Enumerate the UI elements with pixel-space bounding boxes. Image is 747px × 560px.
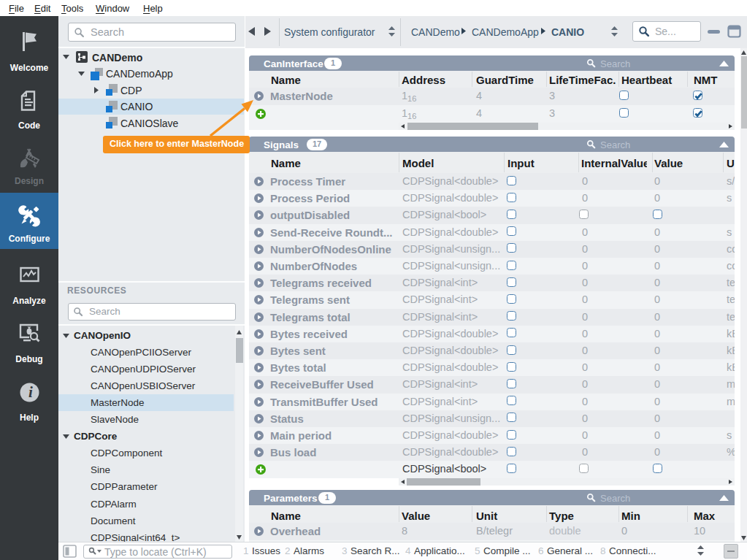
svg-text:i: i [28, 383, 33, 401]
